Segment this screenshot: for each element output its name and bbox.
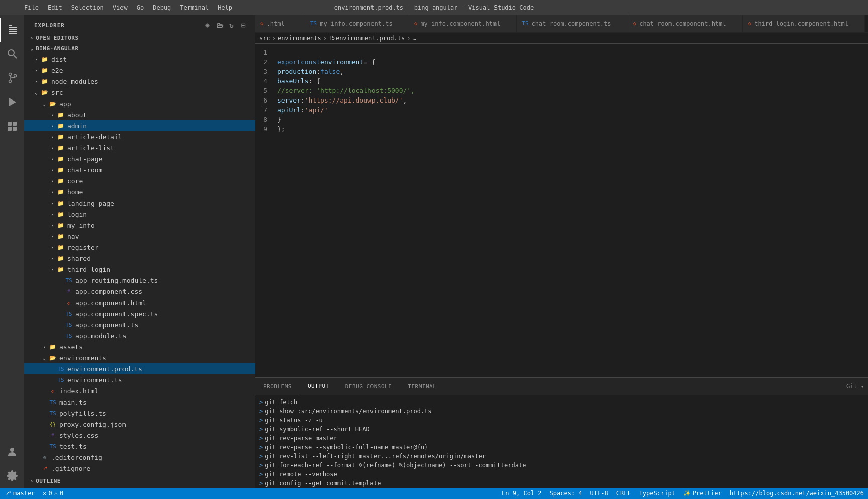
tree-item-polyfills[interactable]: TS polyfills.ts <box>24 408 255 419</box>
tree-item-app-spec[interactable]: TS app.component.spec.ts <box>24 308 255 319</box>
tab-environment-prod[interactable]: TS environment.prod.ts × <box>865 15 868 32</box>
tab-third-login-html[interactable]: ◇ third-login.component.html × <box>743 15 865 32</box>
tree-item-third-login[interactable]: 📁 third-login <box>24 264 255 275</box>
nav-folder-icon: 📁 <box>56 232 65 240</box>
terminal-cmd-7: git rev-list --left-right master...refs/… <box>265 452 486 461</box>
explorer-icon[interactable] <box>0 18 24 42</box>
menu-edit[interactable]: Edit <box>44 3 66 12</box>
status-errors[interactable]: ✕ 0 ⚠ 0 <box>39 488 67 499</box>
tree-item-assets[interactable]: 📁 assets <box>24 341 255 352</box>
tree-item-app-css[interactable]: # app.component.css <box>24 286 255 297</box>
tree-item-article-list[interactable]: 📁 article-list <box>24 142 255 153</box>
project-section[interactable]: BING-ANGULAR <box>24 43 255 54</box>
status-encoding[interactable]: UTF-8 <box>586 488 612 499</box>
tree-item-index-html[interactable]: ◇ index.html <box>24 385 255 396</box>
tree-item-node-modules[interactable]: 📁 node_modules <box>24 76 255 87</box>
sidebar-content[interactable]: OPEN EDITORS BING-ANGULAR 📁 dist 📁 e2e <box>24 33 255 488</box>
source-control-activity-icon[interactable] <box>0 66 24 90</box>
panel-tab-terminal[interactable]: TERMINAL <box>400 378 444 395</box>
new-file-icon[interactable]: ⊕ <box>203 20 213 30</box>
tree-item-app-html[interactable]: ◇ app.component.html <box>24 297 255 308</box>
breadcrumb-file[interactable]: environment.prod.ts <box>336 35 405 42</box>
settings-activity-icon[interactable] <box>0 464 24 488</box>
chat-room-arrow <box>48 166 56 174</box>
status-spaces[interactable]: Spaces: 4 <box>546 488 586 499</box>
menu-help[interactable]: Help <box>214 3 236 12</box>
tree-item-login[interactable]: 📁 login <box>24 209 255 220</box>
status-branch[interactable]: ⎇ master <box>0 488 39 499</box>
tree-item-article-detail[interactable]: 📁 article-detail <box>24 131 255 142</box>
tree-item-e2e[interactable]: 📁 e2e <box>24 65 255 76</box>
tree-item-gitignore[interactable]: ⎇ .gitignore <box>24 463 255 474</box>
status-formatter[interactable]: ✨ Prettier <box>679 488 726 499</box>
tree-item-app[interactable]: 📂 app <box>24 98 255 109</box>
account-activity-icon[interactable] <box>0 440 24 464</box>
tree-item-environments[interactable]: 📂 environments <box>24 352 255 363</box>
status-cursor[interactable]: Ln 9, Col 2 <box>498 488 545 499</box>
open-editors-section[interactable]: OPEN EDITORS <box>24 33 255 43</box>
nav-label: nav <box>67 233 79 240</box>
tree-item-admin[interactable]: 📁 admin <box>24 120 255 131</box>
extensions-activity-icon[interactable] <box>0 114 24 138</box>
collapse-all-icon[interactable]: ⊟ <box>239 20 249 30</box>
status-link[interactable]: https://blog.csdn.net/weixin_43500426 <box>726 488 868 499</box>
tree-item-nav[interactable]: 📁 nav <box>24 231 255 242</box>
tree-item-register[interactable]: 📁 register <box>24 242 255 253</box>
outline-section[interactable]: OUTLINE <box>24 476 255 486</box>
tree-item-app-ts[interactable]: TS app.component.ts <box>24 319 255 330</box>
editor[interactable]: 1 2 3 4 5 6 7 8 9 export const environme… <box>255 44 868 377</box>
terminal-line-2: > git show :src/environments/environment… <box>259 407 864 416</box>
new-folder-icon[interactable]: 🗁 <box>215 20 225 30</box>
menu-selection[interactable]: Selection <box>67 3 108 12</box>
branch-icon: ⎇ <box>4 490 11 497</box>
search-activity-icon[interactable] <box>0 42 24 66</box>
menu-view[interactable]: View <box>109 3 132 12</box>
tree-item-about[interactable]: 📁 about <box>24 109 255 120</box>
tree-item-chat-page[interactable]: 📁 chat-page <box>24 153 255 164</box>
tree-item-app-routing[interactable]: TS app-routing.module.ts <box>24 275 255 286</box>
panel-tab-output[interactable]: OUTPUT <box>300 378 337 395</box>
terminal-content[interactable]: > git fetch > git show :src/environments… <box>255 395 868 488</box>
tree-item-chat-room[interactable]: 📁 chat-room <box>24 164 255 175</box>
tab-lhtml[interactable]: ◇ .html × <box>255 15 305 32</box>
shared-folder-icon: 📁 <box>56 254 65 262</box>
tree-item-environment-prod[interactable]: TS environment.prod.ts <box>24 363 255 374</box>
tab-my-info-ts[interactable]: TS my-info.component.ts × <box>305 15 409 32</box>
app-routing-label: app-routing.module.ts <box>75 277 158 284</box>
tree-item-test-ts[interactable]: TS test.ts <box>24 441 255 452</box>
breadcrumb-environments[interactable]: environments <box>278 35 321 42</box>
status-language[interactable]: TypeScript <box>635 488 679 499</box>
tab-chat-room-html[interactable]: ◇ chat-room.component.html × <box>628 15 743 32</box>
tree-item-environment[interactable]: TS environment.ts <box>24 374 255 385</box>
status-eol[interactable]: CRLF <box>612 488 635 499</box>
tab-my-info-html[interactable]: ◇ my-info.component.html × <box>409 15 517 32</box>
run-activity-icon[interactable] <box>0 90 24 114</box>
tree-item-styles-css[interactable]: # styles.css <box>24 430 255 441</box>
breadcrumb-src[interactable]: src <box>259 35 270 42</box>
tree-item-src[interactable]: 📂 src <box>24 87 255 98</box>
tree-item-my-info[interactable]: 📁 my-info <box>24 220 255 231</box>
menu-go[interactable]: Go <box>133 3 148 12</box>
env-prod-label: environment.prod.ts <box>67 365 142 373</box>
panel-tab-problems[interactable]: PROBLEMS <box>255 378 300 395</box>
menu-terminal[interactable]: Terminal <box>176 3 213 12</box>
tab-chat-room-ts[interactable]: TS chat-room.component.ts × <box>517 15 628 32</box>
activity-bar <box>0 15 24 488</box>
home-arrow <box>48 188 56 196</box>
menu-file[interactable]: File <box>20 3 43 12</box>
tree-item-app-module[interactable]: TS app.module.ts <box>24 330 255 341</box>
panel-tab-debug-console[interactable]: DEBUG CONSOLE <box>337 378 400 395</box>
tree-item-core[interactable]: 📁 core <box>24 175 255 186</box>
tree-item-home[interactable]: 📁 home <box>24 186 255 197</box>
output-channel-label[interactable]: Git ▾ <box>846 383 864 390</box>
tree-item-editorconfig[interactable]: ⚙ .editorconfig <box>24 452 255 463</box>
assets-arrow <box>40 343 48 351</box>
menu-debug[interactable]: Debug <box>149 3 175 12</box>
refresh-icon[interactable]: ↻ <box>227 20 237 30</box>
tree-item-dist[interactable]: 📁 dist <box>24 54 255 65</box>
tree-item-shared[interactable]: 📁 shared <box>24 253 255 264</box>
tree-item-landing-page[interactable]: 📁 landing-page <box>24 197 255 209</box>
menu-bar[interactable]: File Edit Selection View Go Debug Termin… <box>20 3 236 12</box>
tree-item-proxy-config[interactable]: {} proxy.config.json <box>24 419 255 430</box>
tree-item-main-ts[interactable]: TS main.ts <box>24 396 255 408</box>
